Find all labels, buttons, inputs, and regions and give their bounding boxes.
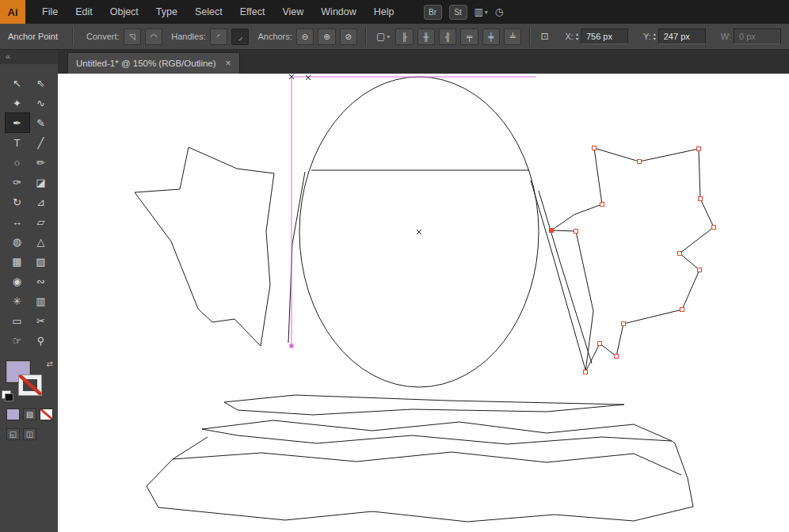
reference-point-icon[interactable]: ⊡ bbox=[540, 31, 548, 42]
tool-selection[interactable]: ↖ bbox=[6, 74, 29, 93]
tool-mesh[interactable]: ▦ bbox=[6, 252, 29, 271]
active-tool-label: Anchor Point bbox=[8, 32, 58, 41]
menu-bar-extras: Br St ▥ ▾ ◷ bbox=[424, 5, 504, 20]
tool-artboard[interactable]: ▭ bbox=[6, 311, 29, 330]
document-tab[interactable]: Untitled-1* @ 150% (RGB/Outline) × bbox=[67, 52, 240, 74]
color-swatch-area: ⇄ bbox=[0, 359, 58, 401]
bridge-button[interactable]: Br bbox=[424, 5, 442, 20]
convert-to-corner-button[interactable]: ◹ bbox=[124, 28, 141, 45]
tool-free-transform[interactable]: ▱ bbox=[29, 212, 53, 231]
tool-blend[interactable]: ∾ bbox=[29, 272, 53, 291]
handles-label: Handles: bbox=[171, 32, 205, 41]
menu-object[interactable]: Object bbox=[101, 0, 147, 24]
menu-bar: Ai File Edit Object Type Select Effect V… bbox=[0, 0, 789, 24]
x-stepper[interactable]: ▴ ▾ bbox=[576, 32, 578, 41]
swap-fill-stroke-icon[interactable]: ⇄ bbox=[47, 359, 53, 368]
document-area: Untitled-1* @ 150% (RGB/Outline) × bbox=[58, 50, 789, 532]
control-bar: Anchor Point Convert: ◹ ◠ Handles: ◜ ◞ A… bbox=[0, 24, 789, 50]
convert-label: Convert: bbox=[86, 32, 120, 41]
menu-select[interactable]: Select bbox=[186, 0, 231, 24]
toolbar-collapse-button[interactable]: « bbox=[0, 50, 58, 64]
x-field-group: X: ▴ ▾ 756 px bbox=[561, 28, 628, 44]
menu-file[interactable]: File bbox=[33, 0, 67, 24]
tool-gradient[interactable]: ▨ bbox=[29, 252, 53, 271]
tool-blob-brush[interactable]: ✏ bbox=[29, 153, 53, 172]
color-button[interactable] bbox=[6, 408, 20, 420]
tool-type[interactable]: T bbox=[6, 133, 29, 152]
tool-rotate[interactable]: ↻ bbox=[6, 192, 29, 211]
tool-line-segment[interactable]: ╱ bbox=[29, 133, 53, 152]
x-label: X: bbox=[566, 32, 574, 41]
tool-zoom[interactable]: ⚲ bbox=[29, 331, 53, 350]
connect-anchors-button[interactable]: ⊕ bbox=[318, 28, 335, 45]
separator bbox=[72, 27, 74, 46]
y-stepper[interactable]: ▴ ▾ bbox=[654, 32, 656, 41]
tool-magic-wand[interactable]: ✦ bbox=[6, 93, 29, 112]
tool-pen[interactable]: ✒ bbox=[6, 113, 29, 132]
stroke-color-swatch[interactable] bbox=[18, 374, 42, 396]
separator bbox=[529, 27, 531, 46]
stock-button[interactable]: St bbox=[449, 5, 467, 20]
convert-to-smooth-button[interactable]: ◠ bbox=[145, 28, 162, 45]
cut-path-button[interactable]: ⊘ bbox=[340, 28, 357, 45]
x-input[interactable]: 756 px bbox=[581, 28, 628, 44]
menu-window[interactable]: Window bbox=[312, 0, 364, 24]
y-input[interactable]: 247 px bbox=[658, 28, 706, 44]
remove-anchors-button[interactable]: ⊖ bbox=[296, 28, 314, 45]
none-button[interactable] bbox=[40, 408, 53, 420]
align-left-button[interactable]: ╟ bbox=[395, 28, 413, 45]
performance-meter-icon[interactable]: ◷ bbox=[495, 6, 503, 17]
chevron-down-icon: ▾ bbox=[387, 33, 390, 40]
tool-width[interactable]: ↔ bbox=[6, 212, 29, 231]
default-fill-stroke-icon[interactable] bbox=[2, 390, 11, 399]
screen-mode-button[interactable]: ◫ bbox=[23, 428, 36, 440]
canvas[interactable] bbox=[58, 74, 789, 532]
menu-type[interactable]: Type bbox=[147, 0, 186, 24]
show-handles-button[interactable]: ◜ bbox=[210, 28, 227, 45]
hide-handles-button[interactable]: ◞ bbox=[231, 28, 249, 45]
menu-effect[interactable]: Effect bbox=[231, 0, 274, 24]
main-menu: File Edit Object Type Select Effect View… bbox=[33, 0, 403, 24]
tool-symbol-sprayer[interactable]: ✳ bbox=[6, 291, 29, 310]
align-v-center-button[interactable]: ╪ bbox=[482, 28, 500, 45]
menu-help[interactable]: Help bbox=[365, 0, 403, 24]
document-tab-title: Untitled-1* @ 150% (RGB/Outline) bbox=[76, 59, 216, 68]
tool-direct-selection[interactable]: ⇖ bbox=[29, 74, 53, 93]
tool-perspective-grid[interactable]: △ bbox=[29, 232, 53, 251]
tool-column-graph[interactable]: ▥ bbox=[29, 291, 53, 310]
align-bottom-button[interactable]: ╧ bbox=[504, 28, 521, 45]
w-field-group: W: 0 px bbox=[716, 28, 781, 44]
align-right-button[interactable]: ╢ bbox=[439, 28, 456, 45]
stepper-down-icon[interactable]: ▾ bbox=[654, 36, 656, 41]
align-to-icon: ▢ bbox=[376, 31, 385, 42]
tool-eraser[interactable]: ◪ bbox=[29, 173, 53, 192]
stepper-down-icon[interactable]: ▾ bbox=[576, 36, 578, 41]
app-logo: Ai bbox=[0, 0, 25, 24]
menu-view[interactable]: View bbox=[273, 0, 312, 24]
tool-shape-builder[interactable]: ◍ bbox=[6, 232, 29, 251]
document-tab-bar: Untitled-1* @ 150% (RGB/Outline) × bbox=[58, 50, 789, 74]
paint-style-row: ▧ bbox=[0, 408, 58, 420]
tool-slice[interactable]: ✂ bbox=[29, 311, 53, 330]
gradient-button[interactable]: ▧ bbox=[23, 408, 36, 420]
align-to-dropdown[interactable]: ▢ ▾ bbox=[376, 31, 390, 42]
tool-ellipse[interactable]: ○ bbox=[6, 153, 29, 172]
tool-hand[interactable]: ☞ bbox=[6, 331, 29, 350]
tool-paintbrush[interactable]: ✎ bbox=[29, 113, 53, 132]
align-top-button[interactable]: ╤ bbox=[460, 28, 478, 45]
artwork-svg bbox=[58, 74, 789, 532]
tool-scale[interactable]: ⊿ bbox=[29, 192, 53, 211]
tool-pencil[interactable]: ✑ bbox=[6, 173, 29, 192]
arrange-documents-icon: ▥ bbox=[475, 6, 483, 17]
separator bbox=[365, 27, 367, 46]
w-input: 0 px bbox=[734, 28, 781, 44]
arrange-documents-dropdown[interactable]: ▥ ▾ bbox=[475, 6, 488, 17]
tab-close-icon[interactable]: × bbox=[226, 58, 231, 69]
mode-row: ◱ ◫ bbox=[0, 428, 58, 440]
draw-mode-button[interactable]: ◱ bbox=[6, 428, 20, 440]
tool-lasso[interactable]: ∿ bbox=[29, 93, 53, 112]
menu-edit[interactable]: Edit bbox=[67, 0, 101, 24]
tool-eyedropper[interactable]: ◉ bbox=[6, 272, 29, 291]
align-h-center-button[interactable]: ╫ bbox=[417, 28, 435, 45]
main-area: « ↖ ⇖ ✦ ∿ ✒ ✎ T ╱ ○ ✏ ✑ ◪ ↻ ⊿ ↔ ▱ ◍ △ ▦ … bbox=[0, 50, 789, 532]
